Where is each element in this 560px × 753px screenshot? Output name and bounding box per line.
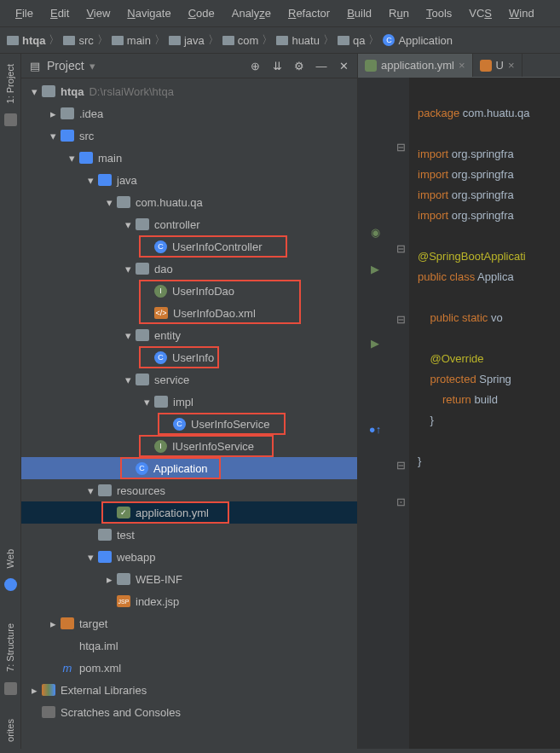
close-tab-icon[interactable]: ×	[459, 59, 465, 72]
caret-icon[interactable]	[30, 85, 38, 98]
menu-vcs[interactable]: VCS	[460, 3, 500, 23]
breadcrumb-sep: 〉	[49, 32, 60, 48]
tree-externallibraries[interactable]: External Libraries	[21, 679, 357, 701]
project-view-icon[interactable]: ▤	[28, 59, 42, 72]
caret-icon[interactable]	[49, 617, 57, 630]
tree-label: htqa.iml	[79, 640, 118, 652]
crumb-com[interactable]: com	[222, 34, 259, 47]
menu-run[interactable]: Run	[380, 3, 418, 23]
tree-webapp[interactable]: webapp	[21, 546, 357, 568]
structure-icon[interactable]	[4, 682, 17, 695]
target-icon[interactable]: ⊕	[248, 59, 262, 72]
tree-test[interactable]: test	[21, 524, 357, 546]
run-method-icon[interactable]: ▶	[371, 337, 379, 350]
fold-icon[interactable]: ⊟	[396, 242, 406, 255]
menu-view[interactable]: View	[78, 3, 118, 23]
tree-webinf[interactable]: WEB-INF	[21, 568, 357, 590]
favorites-tab[interactable]: orites	[3, 712, 18, 749]
tree-impl[interactable]: impl	[21, 391, 357, 413]
caret-icon[interactable]	[105, 573, 113, 586]
crumb-htqa[interactable]: htqa	[7, 34, 45, 47]
crumb-qa[interactable]: qa	[338, 34, 365, 47]
fold-icon[interactable]: ⊟	[396, 459, 406, 472]
menu-edit[interactable]: Edit	[42, 3, 78, 23]
project-tree[interactable]: htqaD:\rslaiWork\htqa.ideasrcmainjavacom…	[21, 78, 357, 749]
tree-userinfo[interactable]: CUserInfo	[21, 346, 357, 368]
tree-label: src	[79, 130, 94, 142]
project-tab[interactable]: 1: Project	[3, 57, 18, 110]
menu-refactor[interactable]: Refactor	[280, 3, 338, 23]
caret-icon[interactable]	[142, 396, 151, 408]
tool-icon[interactable]	[4, 113, 17, 126]
crumb-main[interactable]: main	[112, 34, 151, 47]
menu-wind[interactable]: Wind	[500, 3, 543, 23]
tree-java[interactable]: java	[21, 169, 357, 191]
tree-userinfodao[interactable]: IUserInfoDao	[21, 280, 357, 302]
tree-idea[interactable]: .idea	[21, 102, 357, 125]
tree-userinfodaoxml[interactable]: </>UserInfoDao.xml	[21, 302, 357, 324]
tree-application[interactable]: CApplication	[21, 457, 357, 479]
tree-dao[interactable]: dao	[21, 258, 357, 280]
tree-htqaiml[interactable]: htqa.iml	[21, 634, 357, 657]
caret-icon[interactable]	[124, 263, 132, 275]
tree-resources[interactable]: resources	[21, 479, 357, 501]
crumb-src[interactable]: src	[63, 34, 93, 47]
tree-userinfocontroller[interactable]: CUserInfoController	[21, 235, 357, 258]
caret-icon[interactable]	[124, 329, 132, 342]
tree-controller[interactable]: controller	[21, 213, 357, 235]
tree-entity[interactable]: entity	[21, 324, 357, 346]
fold-icon[interactable]: ⊟	[396, 313, 406, 326]
code-editor[interactable]: package com.huatu.qa import org.springfr…	[409, 78, 560, 749]
crumb-java[interactable]: java	[169, 34, 205, 47]
caret-icon[interactable]	[124, 374, 132, 386]
close-icon[interactable]: ✕	[337, 59, 350, 72]
xml-icon	[480, 60, 492, 72]
tree-scratchesandconsoles[interactable]: Scratches and Consoles	[21, 701, 357, 723]
menu-build[interactable]: Build	[338, 3, 380, 23]
tree-main[interactable]: main	[21, 147, 357, 169]
close-tab-icon[interactable]: ×	[508, 59, 515, 72]
tab-u[interactable]: U×	[473, 54, 522, 77]
menu-tools[interactable]: Tools	[418, 3, 460, 23]
tree-comhuatuqa[interactable]: com.huatu.qa	[21, 191, 357, 213]
menu-navigate[interactable]: Navigate	[118, 3, 179, 23]
breadcrumb-sep: 〉	[154, 32, 165, 48]
caret-icon[interactable]	[30, 684, 38, 697]
breadcrumb-sep: 〉	[323, 32, 334, 48]
web-tab[interactable]: Web	[3, 542, 18, 575]
menu-code[interactable]: Code	[180, 3, 223, 23]
caret-icon[interactable]	[86, 551, 95, 564]
tree-indexjsp[interactable]: JSPindex.jsp	[21, 590, 357, 612]
tree-service[interactable]: service	[21, 368, 357, 391]
run-gutter-icon[interactable]: ◉	[371, 226, 380, 239]
menu-analyze[interactable]: Analyze	[223, 3, 280, 23]
tree-src[interactable]: src	[21, 125, 357, 147]
tree-userinfoservice[interactable]: CUserInfoService	[21, 413, 357, 435]
fold-end-icon[interactable]: ⊡	[396, 495, 406, 508]
caret-icon[interactable]	[124, 218, 132, 231]
web-icon[interactable]	[4, 578, 17, 591]
tree-target[interactable]: target	[21, 612, 357, 634]
collapse-icon[interactable]: ⇊	[270, 59, 284, 72]
caret-icon[interactable]	[49, 107, 57, 120]
caret-icon[interactable]	[86, 174, 95, 187]
crumb-application[interactable]: CApplication	[383, 34, 453, 47]
caret-icon[interactable]	[49, 130, 57, 142]
tree-htqa[interactable]: htqaD:\rslaiWork\htqa	[21, 80, 357, 102]
caret-icon[interactable]	[86, 484, 95, 497]
tab-applicationyml[interactable]: application.yml×	[358, 54, 473, 77]
tree-pomxml[interactable]: mpom.xml	[21, 657, 357, 679]
structure-tab[interactable]: 7: Structure	[3, 617, 18, 679]
dropdown-icon[interactable]: ▾	[89, 60, 95, 72]
settings-icon[interactable]: ⚙	[292, 59, 306, 72]
menu-file[interactable]: File	[7, 3, 42, 23]
bean-gutter-icon[interactable]: ▶	[371, 263, 379, 275]
caret-icon[interactable]	[67, 152, 76, 165]
fold-icon[interactable]: ⊟	[396, 141, 406, 153]
tree-applicationyml[interactable]: ✓application.yml	[21, 501, 357, 524]
tree-iuserinfoservice[interactable]: IIUserInfoService	[21, 435, 357, 457]
crumb-huatu[interactable]: huatu	[276, 34, 320, 47]
caret-icon[interactable]	[105, 196, 113, 209]
override-icon[interactable]: ●↑	[369, 423, 381, 436]
minimize-icon[interactable]: —	[315, 59, 328, 72]
